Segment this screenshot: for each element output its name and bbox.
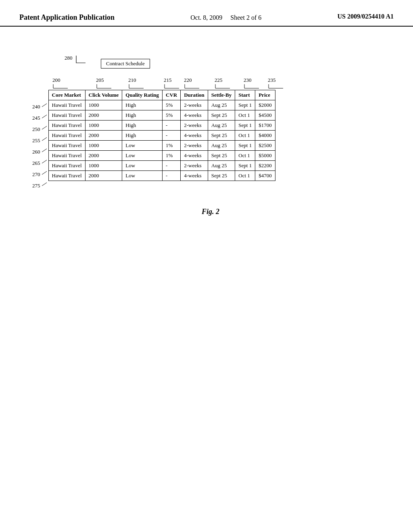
- table-cell: Low: [122, 161, 163, 171]
- table-cell: Hawaii Travel: [48, 161, 85, 171]
- patent-number-text: US 2009/0254410 A1: [337, 13, 394, 20]
- col-label-205: 205: [96, 77, 128, 89]
- col-number-labels: 200 205 210 215: [52, 77, 389, 89]
- diagram-header: 280 Contract Schedule: [65, 55, 389, 77]
- table-cell: 1%: [163, 151, 181, 161]
- table-cell: Oct 1: [235, 151, 255, 161]
- table-cell: $2500: [255, 141, 275, 151]
- col-header-quality-rating: Quality Rating: [122, 90, 163, 100]
- table-cell: $1700: [255, 121, 275, 131]
- figure-label: Fig. 2: [32, 208, 389, 216]
- table-cell: Low: [122, 141, 163, 151]
- table-cell: Sept 25: [208, 151, 235, 161]
- bracket-255: [41, 137, 48, 145]
- row-label-240: 240: [32, 101, 48, 112]
- table-cell: $2000: [255, 100, 275, 110]
- label-280: 280: [65, 55, 73, 61]
- bracket-200: [52, 83, 69, 89]
- patent-number: US 2009/0254410 A1: [337, 13, 394, 20]
- header-date: Oct. 8, 2009: [190, 14, 222, 21]
- col-label-210: 210: [128, 77, 164, 89]
- table-cell: 1%: [163, 141, 181, 151]
- col-label-200: 200: [52, 77, 96, 89]
- publication-title: Patent Application Publication: [19, 13, 115, 22]
- row-label-260: 260: [32, 146, 48, 158]
- row-label-245: 245: [32, 112, 48, 124]
- table-cell: Low: [122, 151, 163, 161]
- contract-schedule-box: Contract Schedule: [101, 59, 150, 69]
- table-cell: -: [163, 121, 181, 131]
- figure-label-text: Fig. 2: [202, 208, 219, 216]
- table-cell: 2000: [85, 131, 122, 141]
- table-cell: Aug 25: [208, 141, 235, 151]
- table-cell: 2000: [85, 151, 122, 161]
- bracket-210: [128, 83, 144, 89]
- table-cell: High: [122, 131, 163, 141]
- col-header-duration: Duration: [181, 90, 208, 100]
- table-cell: Aug 25: [208, 121, 235, 131]
- table-row: Hawaii Travel1000Low-2-weeksAug 25Sept 1…: [48, 161, 275, 171]
- table-row: Hawaii Travel2000High-4-weeksSept 25Oct …: [48, 131, 275, 141]
- col-num-225: 225: [215, 77, 223, 83]
- table-cell: 4-weeks: [181, 151, 208, 161]
- table-cell: 2-weeks: [181, 100, 208, 110]
- col-num-210: 210: [128, 77, 136, 83]
- figure-area: 280 Contract Schedule 200 205: [32, 55, 389, 216]
- table-cell: Low: [122, 171, 163, 181]
- bracket-280-svg: [74, 56, 86, 72]
- table-cell: Aug 25: [208, 100, 235, 110]
- bracket-235: [268, 83, 284, 89]
- col-label-235: 235: [268, 77, 292, 89]
- table-cell: $4700: [255, 171, 275, 181]
- table-cell: 1000: [85, 100, 122, 110]
- table-cell: Sept 1: [235, 100, 255, 110]
- table-cell: Hawaii Travel: [48, 131, 85, 141]
- table-cell: Sept 25: [208, 110, 235, 121]
- bracket-230: [244, 83, 260, 89]
- bracket-260: [41, 148, 48, 156]
- contract-schedule-label: Contract Schedule: [106, 60, 145, 66]
- row-label-header-spacer: [32, 90, 48, 101]
- table-cell: Hawaii Travel: [48, 110, 85, 121]
- table-cell: 2000: [85, 110, 122, 121]
- table-cell: Sept 1: [235, 161, 255, 171]
- data-table: Core Market Click Volume Quality Rating …: [48, 90, 275, 181]
- table-cell: 2-weeks: [181, 141, 208, 151]
- table-cell: 1000: [85, 121, 122, 131]
- table-cell: $4500: [255, 110, 275, 121]
- table-cell: -: [163, 131, 181, 141]
- table-cell: 5%: [163, 100, 181, 110]
- col-header-settle-by: Settle-By: [208, 90, 235, 100]
- row-label-265: 265: [32, 158, 48, 169]
- bracket-245: [41, 114, 48, 122]
- table-cell: 2-weeks: [181, 161, 208, 171]
- col-num-235: 235: [268, 77, 276, 83]
- col-header-cvr: CVR: [163, 90, 181, 100]
- label-280-group: 280: [65, 55, 86, 72]
- table-cell: 4-weeks: [181, 110, 208, 121]
- row-label-250: 250: [32, 124, 48, 135]
- col-label-230: 230: [244, 77, 268, 89]
- bracket-250: [41, 125, 48, 133]
- table-cell: 4-weeks: [181, 131, 208, 141]
- table-cell: Sept 1: [235, 141, 255, 151]
- table-cell: $4000: [255, 131, 275, 141]
- table-body: Hawaii Travel1000High5%2-weeksAug 25Sept…: [48, 100, 275, 181]
- col-num-200: 200: [52, 77, 60, 83]
- publication-title-text: Patent Application Publication: [19, 13, 115, 21]
- table-row: Hawaii Travel2000Low-4-weeksSept 25Oct 1…: [48, 171, 275, 181]
- bracket-275: [41, 182, 48, 190]
- bracket-220: [184, 83, 200, 89]
- table-cell: Oct 1: [235, 131, 255, 141]
- table-cell: Sept 1: [235, 121, 255, 131]
- table-cell: 4-weeks: [181, 171, 208, 181]
- col-label-225: 225: [215, 77, 244, 89]
- table-cell: Hawaii Travel: [48, 121, 85, 131]
- table-cell: -: [163, 161, 181, 171]
- table-cell: Sept 25: [208, 171, 235, 181]
- row-label-255: 255: [32, 135, 48, 146]
- table-cell: 1000: [85, 161, 122, 171]
- table-cell: High: [122, 110, 163, 121]
- table-cell: 5%: [163, 110, 181, 121]
- col-header-core-market: Core Market: [48, 90, 85, 100]
